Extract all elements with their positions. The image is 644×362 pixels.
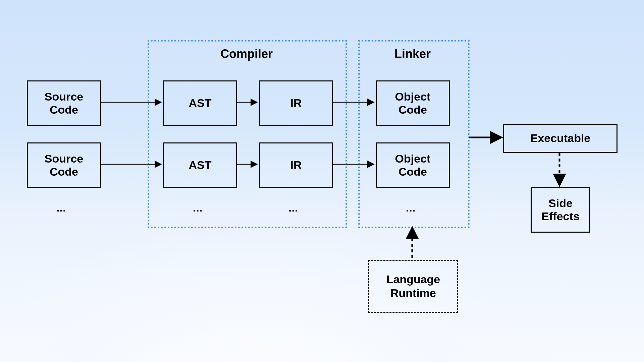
compiler-group	[148, 40, 347, 228]
object-code-box-2: Object Code	[376, 142, 450, 188]
linker-group	[358, 40, 470, 228]
ellipsis-object: ...	[406, 201, 415, 214]
ellipsis-source: ...	[56, 201, 66, 214]
source-code-box-1: Source Code	[27, 80, 101, 126]
ast-box-1: AST	[163, 80, 237, 126]
language-runtime-box: Language Runtime	[368, 260, 458, 313]
source-code-box-2: Source Code	[27, 142, 101, 188]
side-effects-box: Side Effects	[531, 187, 590, 233]
ir-box-1: IR	[259, 80, 333, 126]
diagram-canvas: Compiler Linker Source Code AST IR Objec…	[0, 0, 644, 362]
object-code-box-1: Object Code	[376, 80, 450, 126]
linker-title: Linker	[358, 47, 467, 61]
executable-box: Executable	[503, 124, 618, 153]
compiler-title: Compiler	[148, 47, 345, 61]
ellipsis-ast: ...	[193, 201, 202, 214]
ellipsis-ir: ...	[288, 201, 298, 214]
ast-box-2: AST	[163, 142, 237, 188]
ir-box-2: IR	[259, 142, 333, 188]
